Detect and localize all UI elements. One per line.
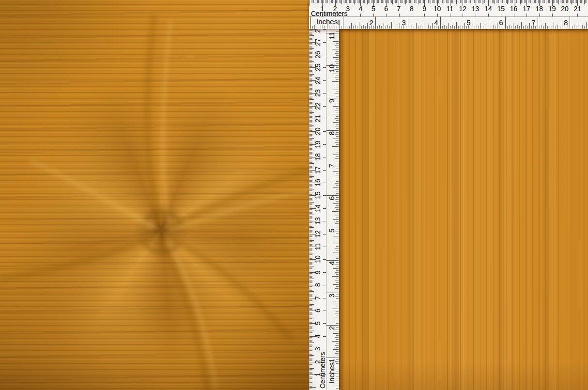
millimeter-tick (309, 358, 312, 359)
cm-number: 19 (548, 5, 556, 12)
millimeter-tick (478, 0, 479, 3)
millimeter-tick (587, 0, 587, 3)
millimeter-tick (449, 0, 449, 3)
inch-tick (310, 16, 311, 29)
millimeter-tick (309, 46, 312, 47)
millimeter-tick (309, 250, 312, 251)
millimeter-tick (562, 0, 563, 3)
cm-number: 20 (314, 128, 321, 136)
millimeter-tick (309, 88, 312, 89)
half-centimeter-tick (482, 0, 482, 4)
millimeter-tick (309, 181, 312, 182)
millimeter-tick (512, 0, 513, 3)
sixteenth-inch-tick (503, 26, 503, 29)
half-centimeter-tick (309, 87, 314, 87)
half-centimeter-tick (309, 215, 314, 215)
millimeter-tick (309, 243, 312, 243)
millimeter-tick (537, 0, 537, 3)
millimeter-tick (321, 0, 322, 3)
cm-number: 5 (371, 5, 375, 12)
millimeter-tick (445, 0, 445, 3)
millimeter-tick (309, 367, 312, 367)
sixteenth-inch-tick (398, 26, 398, 29)
half-centimeter-tick (309, 368, 314, 369)
sixteenth-inch-tick (336, 31, 339, 31)
millimeter-tick (420, 0, 421, 3)
millimeter-tick (309, 231, 312, 232)
millimeter-tick (504, 0, 504, 3)
millimeter-tick (410, 0, 411, 3)
half-centimeter-tick (309, 202, 314, 203)
eighth-inch-tick (335, 142, 339, 143)
millimeter-tick (309, 207, 312, 207)
half-centimeter-tick (309, 35, 314, 36)
eighth-inch-tick (444, 25, 445, 29)
sixteenth-inch-tick (381, 26, 382, 29)
fabric-flat-swatch (339, 29, 588, 390)
millimeter-tick (364, 0, 365, 3)
millimeter-tick (357, 0, 357, 3)
vertical-ruler-centimeters-label: Centimeters (319, 352, 326, 389)
millimeter-tick (394, 0, 394, 3)
centimeter-subtick (476, 14, 476, 16)
half-centimeter-tick (309, 112, 314, 113)
inch-number: 3 (402, 19, 405, 26)
millimeter-tick (309, 71, 312, 72)
eighth-inch-tick (335, 378, 339, 378)
millimeter-tick (309, 98, 312, 99)
millimeter-tick (547, 0, 547, 3)
sixteenth-inch-tick (475, 26, 475, 29)
eighth-inch-tick (335, 151, 339, 151)
inch-number: 5 (328, 229, 335, 233)
millimeter-tick (414, 0, 415, 3)
millimeter-tick (309, 216, 312, 217)
half-centimeter-tick (309, 227, 314, 228)
millimeter-tick (487, 0, 487, 3)
half-inch-tick (359, 22, 359, 29)
sixteenth-inch-tick (336, 388, 339, 389)
sixteenth-inch-tick (336, 67, 339, 68)
cm-number: 9 (314, 270, 321, 274)
millimeter-tick (363, 0, 364, 3)
millimeter-tick (441, 0, 441, 3)
millimeter-tick (309, 32, 312, 32)
cm-number: 2 (314, 360, 321, 364)
millimeter-tick (309, 117, 312, 118)
sixteenth-inch-tick (418, 26, 418, 29)
centimeter-subtick (323, 42, 326, 43)
sixteenth-inch-tick (336, 100, 339, 100)
sixteenth-inch-tick (336, 266, 339, 266)
sixteenth-inch-tick (515, 26, 516, 29)
millimeter-tick (309, 81, 312, 82)
sixteenth-inch-tick (365, 26, 366, 29)
millimeter-tick (309, 56, 312, 57)
sixteenth-inch-tick (547, 26, 548, 29)
millimeter-tick (470, 0, 471, 3)
millimeter-tick (529, 0, 529, 3)
millimeter-tick (525, 0, 526, 3)
millimeter-tick (480, 0, 480, 3)
millimeter-tick (309, 284, 312, 284)
millimeter-tick (561, 0, 561, 3)
half-inch-tick (424, 22, 424, 29)
millimeter-tick (309, 184, 312, 185)
millimeter-tick (309, 37, 312, 37)
eighth-inch-tick (428, 25, 429, 29)
sixteenth-inch-tick (483, 26, 483, 29)
sixteenth-inch-tick (317, 26, 317, 29)
sixteenth-inch-tick (336, 55, 339, 56)
millimeter-tick (309, 129, 312, 129)
centimeter-subtick (323, 323, 326, 324)
centimeter-subtick (539, 14, 540, 16)
centimeter-subtick (323, 221, 326, 221)
sixteenth-inch-tick (336, 39, 339, 39)
millimeter-tick (581, 0, 582, 3)
half-centimeter-tick (354, 0, 355, 4)
millimeter-tick (336, 0, 337, 3)
millimeter-tick (381, 0, 382, 3)
centimeter-subtick (323, 349, 326, 349)
millimeter-tick (309, 386, 312, 387)
millimeter-tick (309, 156, 312, 156)
millimeter-tick (398, 0, 398, 3)
millimeter-tick (585, 0, 586, 3)
